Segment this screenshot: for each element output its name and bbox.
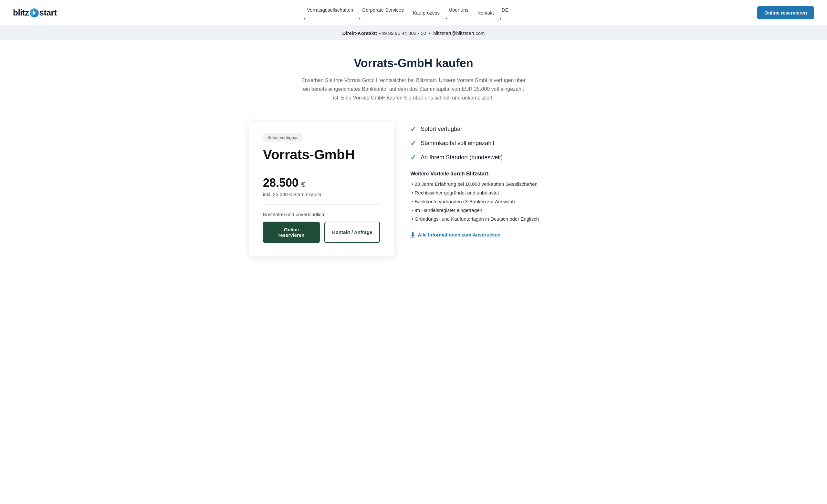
features-more-title: Weitere Vorteile durch Blitzstart: — [410, 171, 578, 177]
check-item-3: ✓ An Ihrem Standort (bundesweit) — [410, 153, 578, 162]
price-subtitle: inkl. 25.000 € Stammkapital — [263, 192, 380, 197]
kontakt-anfrage-button[interactable]: Kontakt / Anfrage — [324, 221, 380, 243]
features-panel: ✓ Sofort verfügbar ✓ Stammkapital voll e… — [410, 122, 578, 239]
product-name: Vorrats-GmbH — [263, 147, 380, 162]
checkmark-icon-2: ✓ — [410, 139, 416, 148]
bullet-item-1: • 20 Jahre Erfahrung bei 10.000 verkauft… — [410, 181, 578, 187]
hero-section: Vorrats-GmbH kaufen Erwerben Sie Ihre Vo… — [0, 40, 827, 112]
nav-link-kaufprozess[interactable]: Kaufprozess — [409, 7, 443, 18]
chevron-down-icon: ▾ — [500, 17, 501, 20]
divider — [263, 168, 380, 168]
hero-description: Erwerben Sie Ihre Vorrats GmbH rechtssic… — [300, 76, 527, 102]
lang-selector[interactable]: DE — [500, 4, 510, 15]
nav-links: Vorratsgesellschaften ▾ Corporate Servic… — [304, 4, 510, 21]
cta-buttons: Online reservieren Kontakt / Anfrage — [263, 221, 380, 243]
nav-link-kontakt[interactable]: Kontakt — [474, 7, 497, 18]
bullet-list: • 20 Jahre Erfahrung bei 10.000 verkauft… — [410, 181, 578, 221]
nav-link-corporate-services[interactable]: Corporate Services — [359, 4, 407, 15]
availability-badge: Sofort verfügbar — [263, 134, 302, 142]
page-title: Vorrats-GmbH kaufen — [13, 56, 814, 70]
navbar: blitz start Vorratsgesellschaften ▾ Corp… — [0, 0, 827, 26]
contact-bar: Direkt-Kontakt: +49 89 95 44 302 - 50 • … — [0, 26, 827, 40]
nav-link-vorratsgesellschaften[interactable]: Vorratsgesellschaften — [304, 4, 356, 15]
online-reservieren-button[interactable]: Online reservieren — [757, 6, 814, 19]
logo-text-before: blitz — [13, 8, 29, 18]
nav-item-corporate-services[interactable]: Corporate Services ▾ — [359, 4, 407, 21]
download-link[interactable]: ⬇ Alle Informationen zum Ausdrucken — [410, 231, 500, 239]
price-row: 28.500 € — [263, 176, 380, 190]
checkmark-icon-1: ✓ — [410, 125, 416, 134]
nav-item-uber-uns[interactable]: Über uns ▾ — [445, 4, 472, 21]
chevron-down-icon: ▾ — [359, 17, 360, 20]
online-reservieren-card-button[interactable]: Online reservieren — [263, 221, 320, 243]
nav-link-uber-uns[interactable]: Über uns — [445, 4, 472, 15]
product-card: Sofort verfügbar Vorrats-GmbH 28.500 € i… — [249, 122, 394, 256]
nav-item-lang[interactable]: DE ▾ — [500, 4, 510, 21]
check-label-2: Stammkapital voll eingezahlt — [421, 140, 494, 147]
main-content: Sofort verfügbar Vorrats-GmbH 28.500 € i… — [236, 122, 591, 256]
check-item-1: ✓ Sofort verfügbar — [410, 125, 578, 134]
price-currency: € — [301, 180, 305, 189]
bullet-item-5: • Gründungs- und Kaufunterlagen in Deuts… — [410, 216, 578, 221]
nav-item-vorratsgesellschaften[interactable]: Vorratsgesellschaften ▾ — [304, 4, 356, 21]
download-label: Alle Informationen zum Ausdrucken — [418, 232, 500, 238]
bullet-item-2: • Rechtssicher gegründet und unbelastet — [410, 190, 578, 196]
contact-phone: +49 89 95 44 302 - 50 — [379, 31, 426, 36]
logo-icon — [30, 8, 39, 17]
contact-label: Direkt-Kontakt: — [342, 31, 377, 36]
check-label-1: Sofort verfügbar — [421, 126, 462, 133]
contact-email: blitzstart@blitzstart.com — [433, 31, 485, 36]
check-item-2: ✓ Stammkapital voll eingezahlt — [410, 139, 578, 148]
logo[interactable]: blitz start — [13, 8, 56, 18]
download-icon: ⬇ — [410, 231, 415, 239]
bullet-item-4: • Im Handelsregister eingetragen — [410, 207, 578, 213]
chevron-down-icon: ▾ — [445, 17, 447, 20]
bullet-item-3: • Bankkonto vorhanden (X Banken zur Ausw… — [410, 199, 578, 204]
svg-marker-0 — [33, 11, 36, 15]
logo-text-after: start — [39, 8, 57, 18]
nav-item-kontakt[interactable]: Kontakt — [474, 7, 497, 18]
price-amount: 28.500 — [263, 176, 298, 190]
kostenfrei-label: Kostenfrei und unverbindlich: — [263, 212, 380, 217]
chevron-down-icon: ▾ — [304, 17, 305, 20]
contact-separator: • — [429, 31, 431, 36]
check-label-3: An Ihrem Standort (bundesweit) — [421, 154, 503, 161]
nav-item-kaufprozess[interactable]: Kaufprozess — [409, 7, 443, 18]
checkmark-icon-3: ✓ — [410, 153, 416, 162]
